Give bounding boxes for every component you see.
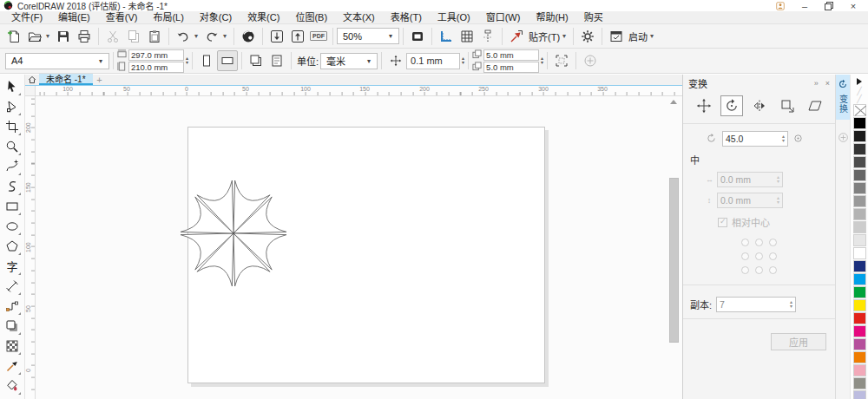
zoom-level-combo[interactable]: 50% ▾ [337,28,399,44]
menu-item-5[interactable]: 效果(C) [240,11,287,24]
menu-item-10[interactable]: 窗口(W) [478,11,529,24]
copies-spinner[interactable]: ▴▾ [790,300,792,309]
undo-button[interactable] [173,26,194,47]
menu-item-6[interactable]: 位图(B) [287,11,335,24]
menu-item-11[interactable]: 帮助(H) [528,11,575,24]
menu-item-9[interactable]: 工具(O) [430,11,478,24]
launch-window-icon[interactable] [606,26,627,47]
new-tab-button[interactable]: + [93,75,107,85]
menu-item-1[interactable]: 编辑(E) [50,11,98,24]
color-swatch[interactable] [853,273,866,285]
color-swatch[interactable] [853,377,866,389]
copies-field[interactable]: 7 ▴▾ [716,297,796,312]
color-swatch[interactable] [853,299,866,311]
color-swatch[interactable] [853,338,866,350]
horizontal-ruler[interactable]: 10050050100150200250300350 [36,86,682,96]
publish-pdf-button[interactable]: PDF [308,26,329,47]
color-swatch[interactable] [853,117,866,129]
menu-item-4[interactable]: 对象(C) [192,11,240,24]
document-tab-active[interactable]: 未命名 -1* [39,74,93,85]
color-swatch[interactable] [853,143,866,155]
page-size-combo[interactable]: A4 ▾ [5,53,109,69]
rotate-mode-button[interactable] [720,95,743,116]
drop-shadow-tool[interactable] [2,317,23,337]
page-width-field[interactable]: 297.0 mm [128,49,184,61]
page-size-spinner[interactable]: ▴▾ [186,56,188,65]
show-grid-button[interactable] [457,26,477,47]
launch-menu-label[interactable]: 启动 [628,29,648,43]
duplicate-y-field[interactable]: 5.0 mm [483,62,539,73]
freehand-tool[interactable] [2,157,23,177]
close-button[interactable]: × [847,1,859,11]
color-swatch[interactable] [853,312,866,324]
open-button[interactable] [24,26,45,47]
portrait-button[interactable] [196,50,217,71]
color-swatch[interactable] [853,130,866,142]
color-swatch[interactable] [853,195,866,207]
color-swatch[interactable] [853,364,866,376]
save-button[interactable] [53,26,74,47]
palette-flyout-icon[interactable] [857,78,862,85]
color-swatch[interactable] [853,325,866,337]
restore-button[interactable] [823,1,835,11]
transparency-tool[interactable] [2,337,23,356]
color-swatch[interactable] [853,169,866,181]
color-swatch[interactable] [853,182,866,194]
scroll-up-icon[interactable] [670,100,677,104]
color-swatch[interactable] [853,260,866,272]
color-swatch[interactable] [853,234,866,246]
menu-item-12[interactable]: 购买 [576,11,611,24]
redo-button[interactable] [201,26,222,47]
size-mode-button[interactable] [776,95,799,116]
color-swatch[interactable] [853,156,866,168]
zoom-tool[interactable] [2,137,23,157]
eyedropper-tool[interactable] [2,356,23,376]
current-page-button[interactable] [266,50,287,71]
interactive-fill-tool[interactable] [2,376,23,396]
show-guidelines-button[interactable] [477,26,498,47]
ellipse-tool[interactable] [2,217,23,237]
rectangle-tool[interactable] [2,197,23,217]
polygon-tool[interactable] [2,237,23,257]
vertical-ruler[interactable]: 200150100500 [25,96,36,399]
nudge-offset-field[interactable]: 0.1 mm [406,53,460,69]
drawing-object-umbrella[interactable] [168,168,299,298]
rotation-angle-field[interactable]: 45.0 ▴▾ [722,131,788,147]
new-document-button[interactable] [3,26,24,47]
docker-collapse-icon[interactable]: » [814,79,819,88]
docker-tab-transform[interactable]: 变换 [836,75,851,120]
paste-button[interactable] [144,26,165,47]
menu-item-0[interactable]: 文件(F) [3,11,50,24]
minimize-button[interactable]: – [799,1,811,11]
print-button[interactable] [74,26,95,47]
color-swatch[interactable] [853,351,866,363]
duplicate-spinner[interactable]: ▴▾ [541,56,543,65]
drawing-canvas[interactable] [36,96,682,399]
pick-tool[interactable] [2,77,23,97]
scale-mirror-mode-button[interactable] [748,95,771,116]
vertical-scrollbar-thumb[interactable] [669,178,679,343]
all-pages-button[interactable] [246,50,266,71]
account-icon[interactable] [774,1,786,11]
menu-item-7[interactable]: 文本(X) [335,11,383,24]
snap-toggle-button[interactable] [506,26,527,47]
open-dropdown-icon[interactable]: ▾ [46,32,53,40]
landscape-button[interactable] [217,50,238,71]
ruler-corner[interactable] [25,86,36,96]
position-mode-button[interactable] [693,95,715,116]
snap-menu-label[interactable]: 贴齐(T) [529,29,560,43]
import-button[interactable] [266,26,287,47]
export-button[interactable] [287,26,308,47]
color-swatch-none[interactable] [853,104,866,116]
undo-dropdown-icon[interactable]: ▾ [194,32,201,40]
skew-mode-button[interactable] [804,95,826,116]
crop-tool[interactable] [2,117,23,137]
shape-tool[interactable] [2,97,23,117]
artistic-media-tool[interactable] [2,177,23,197]
options-gear-icon[interactable] [577,26,598,47]
color-swatch[interactable] [853,208,866,220]
menu-item-2[interactable]: 查看(V) [98,11,146,24]
color-swatch[interactable] [853,247,866,259]
show-rulers-button[interactable] [436,26,457,47]
page-height-field[interactable]: 210.0 mm [128,62,184,73]
